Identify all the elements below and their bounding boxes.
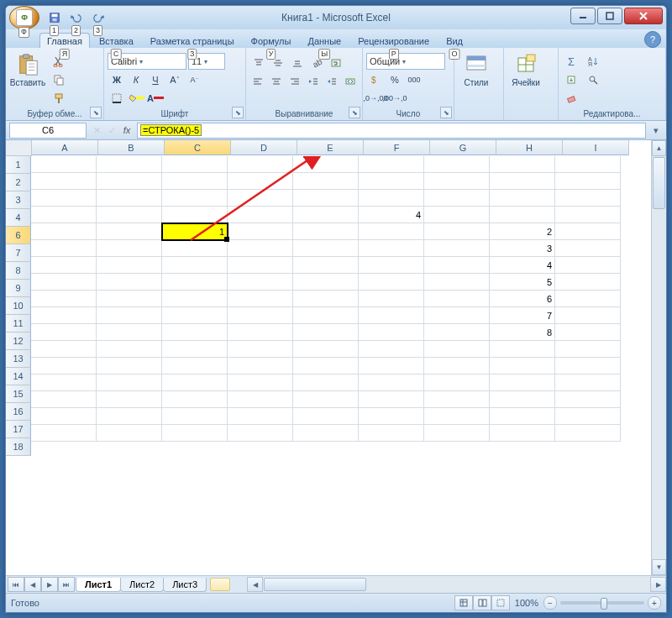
cell-G7[interactable] — [424, 240, 490, 257]
expand-formula-bar[interactable]: ▾ — [649, 125, 663, 136]
cell-C15[interactable] — [162, 374, 228, 391]
cell-G6[interactable] — [424, 223, 490, 240]
cell-C2[interactable] — [162, 173, 228, 190]
column-header[interactable]: A — [32, 140, 98, 155]
cell-F13[interactable] — [359, 341, 424, 358]
find-button[interactable] — [584, 71, 602, 88]
cell-F14[interactable] — [359, 358, 424, 374]
format-painter-button[interactable] — [50, 90, 68, 107]
row-header[interactable]: 10 — [6, 297, 31, 315]
cell-C3[interactable] — [162, 190, 228, 207]
cell-D15[interactable] — [228, 374, 293, 391]
cell-G12[interactable] — [424, 324, 490, 341]
cell-B1[interactable] — [97, 156, 162, 173]
cell-I9[interactable] — [555, 274, 621, 291]
cell-A12[interactable] — [31, 324, 97, 341]
help-button[interactable]: ? — [644, 31, 661, 48]
view-page-break-button[interactable] — [491, 595, 510, 610]
cell-G9[interactable] — [424, 274, 490, 291]
cell-I4[interactable] — [555, 207, 621, 223]
paste-button[interactable]: Вставить — [9, 50, 46, 87]
cell-B15[interactable] — [97, 374, 162, 391]
cell-B4[interactable] — [97, 207, 162, 223]
office-button[interactable]: Ф Ф — [9, 6, 39, 29]
sheet-tab[interactable]: Лист1 — [76, 578, 121, 592]
tab-Рецензирование[interactable]: РецензированиеР — [350, 33, 437, 48]
cell-E9[interactable] — [293, 274, 359, 291]
cell-D11[interactable] — [228, 307, 293, 324]
cell-A13[interactable] — [31, 341, 97, 358]
cell-C1[interactable] — [162, 156, 228, 173]
cell-D12[interactable] — [228, 324, 293, 341]
cell-H7[interactable]: 3 — [490, 240, 555, 257]
cell-F2[interactable] — [359, 173, 424, 190]
cell-C6[interactable]: 1 — [162, 223, 228, 240]
cell-D3[interactable] — [228, 190, 293, 207]
column-header[interactable]: I — [563, 140, 629, 155]
copy-button[interactable] — [50, 71, 68, 88]
cell-A14[interactable] — [31, 358, 97, 374]
decrease-indent-button[interactable] — [304, 73, 322, 90]
fill-button[interactable] — [562, 71, 580, 88]
column-header[interactable]: H — [496, 140, 563, 155]
cell-E18[interactable] — [293, 425, 359, 442]
cell-F9[interactable] — [359, 274, 424, 291]
percent-button[interactable]: % — [386, 71, 404, 88]
column-header[interactable]: B — [98, 140, 165, 155]
cell-D18[interactable] — [228, 425, 293, 442]
column-header[interactable]: G — [430, 140, 496, 155]
cell-G4[interactable] — [424, 207, 490, 223]
cell-E1[interactable] — [293, 156, 359, 173]
underline-button[interactable]: Ч — [146, 71, 165, 88]
currency-button[interactable]: $ — [366, 71, 385, 88]
tab-Формулы[interactable]: ФормулыУ — [244, 33, 299, 48]
cell-I1[interactable] — [555, 156, 621, 173]
cell-E4[interactable] — [293, 207, 359, 223]
cell-I2[interactable] — [555, 173, 621, 190]
scroll-up-button[interactable]: ▲ — [652, 140, 666, 156]
cell-F3[interactable] — [359, 190, 424, 207]
qat-undo-button[interactable]: 2 — [66, 8, 87, 28]
cell-A17[interactable] — [31, 408, 97, 425]
cell-E17[interactable] — [293, 408, 359, 425]
cell-F17[interactable] — [359, 408, 424, 425]
cell-C9[interactable] — [162, 274, 228, 291]
maximize-button[interactable] — [597, 8, 622, 24]
cell-E13[interactable] — [293, 341, 359, 358]
sheet-tab[interactable]: Лист2 — [120, 578, 164, 592]
cell-D13[interactable] — [228, 341, 293, 358]
cell-D7[interactable] — [228, 240, 293, 257]
cell-C7[interactable] — [162, 240, 228, 257]
fill-color-button[interactable] — [127, 90, 145, 107]
row-header[interactable]: 8 — [6, 262, 31, 280]
zoom-level[interactable]: 100% — [515, 598, 538, 608]
cell-G11[interactable] — [424, 307, 490, 324]
cell-G15[interactable] — [424, 374, 490, 391]
cell-E10[interactable] — [293, 291, 359, 307]
alignment-launcher[interactable]: ⬊ — [349, 107, 360, 118]
cell-G13[interactable] — [424, 341, 490, 358]
cell-I16[interactable] — [555, 391, 621, 408]
zoom-slider[interactable] — [560, 601, 644, 605]
cell-F15[interactable] — [359, 374, 424, 391]
cell-I15[interactable] — [555, 374, 621, 391]
scroll-down-button[interactable]: ▼ — [652, 559, 666, 575]
align-right-button[interactable] — [286, 73, 304, 90]
cell-I6[interactable] — [555, 223, 621, 240]
cell-H10[interactable]: 6 — [490, 291, 555, 307]
horizontal-scrollbar[interactable]: ◀ ▶ — [247, 577, 666, 592]
cell-I12[interactable] — [555, 324, 621, 341]
cell-E2[interactable] — [293, 173, 359, 190]
number-format-combo[interactable]: Общий▾ — [366, 53, 445, 70]
row-header[interactable]: 11 — [6, 315, 31, 333]
cell-E15[interactable] — [293, 374, 359, 391]
align-left-button[interactable] — [249, 73, 267, 90]
cell-C4[interactable] — [162, 207, 228, 223]
cell-H2[interactable] — [490, 173, 555, 190]
qat-save-button[interactable]: 1 — [45, 8, 65, 28]
cell-A2[interactable] — [31, 173, 97, 190]
cell-A11[interactable] — [31, 307, 97, 324]
cell-A7[interactable] — [31, 240, 97, 257]
cell-C13[interactable] — [162, 341, 228, 358]
cell-D10[interactable] — [228, 291, 293, 307]
